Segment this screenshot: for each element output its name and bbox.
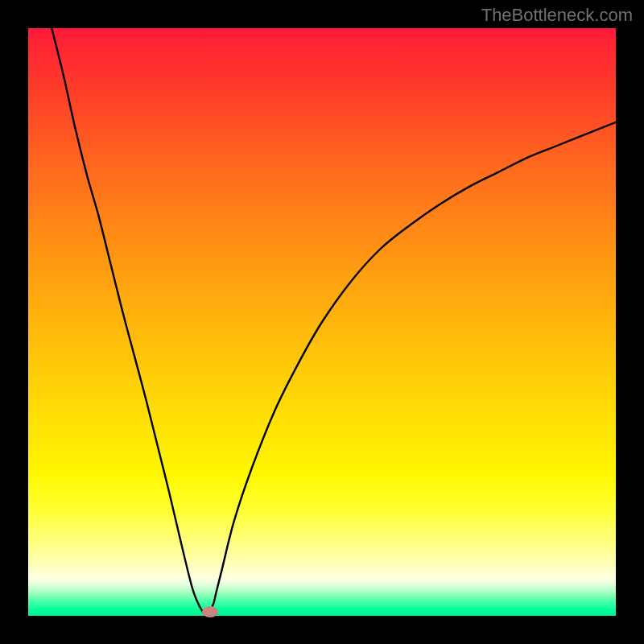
chart-svg bbox=[28, 28, 616, 616]
watermark-text: TheBottleneck.com bbox=[481, 5, 633, 26]
chart-gradient-background bbox=[28, 28, 616, 616]
optimal-point-marker bbox=[202, 606, 218, 617]
bottleneck-curve bbox=[52, 28, 616, 615]
